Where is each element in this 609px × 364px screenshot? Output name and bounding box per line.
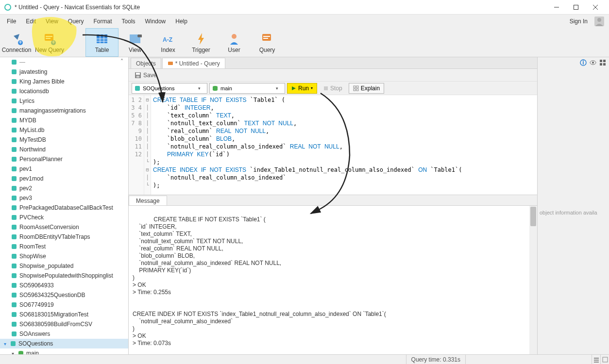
tree-item[interactable]: ShopWise — [0, 251, 128, 261]
menu-help[interactable]: Help — [170, 16, 192, 27]
database-file-icon — [11, 233, 17, 240]
tree-item[interactable]: SOAnswers — [0, 329, 128, 339]
grid-icon[interactable] — [599, 59, 606, 67]
tab-query[interactable]: * Untitled - Query — [162, 58, 225, 68]
collapse-sidebar-icon[interactable]: ˄ — [120, 58, 126, 64]
database-file-icon — [11, 127, 17, 133]
tree-item[interactable]: locationsdb — [0, 86, 128, 96]
tree-item[interactable]: pev2 — [0, 183, 128, 193]
tree-item[interactable]: SO59634325QuestionDB — [0, 290, 128, 300]
sql-editor[interactable]: 1 2 3 4 5 6 7 8 9 10 11 12 ⊟ │ │ │ │ │ │… — [129, 95, 537, 195]
tree-item[interactable]: SO59064933 — [0, 281, 128, 290]
tree-item[interactable]: — — [0, 57, 128, 67]
user-avatar[interactable] — [594, 17, 604, 26]
info-icon[interactable]: i — [580, 59, 587, 67]
svg-text:+: + — [51, 39, 55, 46]
chevron-down-icon[interactable]: ▾ — [4, 341, 10, 347]
view-button[interactable]: View — [118, 28, 152, 57]
menu-window[interactable]: Window — [140, 16, 171, 27]
query-tab-icon — [168, 61, 173, 66]
query-button[interactable]: Query — [251, 28, 284, 57]
tree-item[interactable]: javatesting — [0, 67, 128, 77]
index-button[interactable]: A-Z Index — [152, 28, 185, 57]
tree-item[interactable]: PVCheck — [0, 213, 128, 222]
run-button[interactable]: Run ▾ — [287, 83, 317, 94]
svg-rect-36 — [12, 147, 17, 152]
status-view-list-icon[interactable] — [592, 355, 600, 364]
message-scrollbar[interactable] — [529, 206, 537, 354]
newquery-button[interactable]: + New Query — [33, 28, 66, 57]
chevron-down-icon[interactable]: ▾ — [12, 351, 17, 355]
tree-item[interactable]: Lyrics — [0, 96, 128, 106]
tree-item[interactable]: SO67749919 — [0, 300, 128, 310]
menu-edit[interactable]: Edit — [21, 16, 41, 27]
signin-link[interactable]: Sign In — [566, 16, 592, 27]
save-button[interactable]: Save — [132, 71, 159, 80]
svg-rect-67 — [354, 89, 355, 91]
connection-select[interactable]: SOQuestions ▾ — [132, 83, 207, 94]
close-button[interactable] — [586, 0, 605, 15]
stop-label: Stop — [330, 85, 342, 92]
svg-rect-45 — [12, 234, 17, 239]
database-select[interactable]: main ▾ — [209, 83, 285, 94]
svg-rect-50 — [12, 283, 17, 288]
fold-gutter[interactable]: ⊟ │ │ │ │ │ │ │ └ ⊟ │ └ — [144, 95, 151, 195]
connection-button[interactable]: + Connection — [0, 28, 33, 57]
svg-rect-27 — [12, 60, 17, 65]
code-area[interactable]: CREATE TABLE IF NOT EXISTS `Table1` ( `i… — [151, 95, 537, 195]
tree-item[interactable]: PersonalPlanner — [0, 154, 128, 164]
tree-item-label: Northwind — [19, 146, 46, 153]
maximize-button[interactable] — [566, 0, 586, 15]
tree-item[interactable]: pev1mod — [0, 174, 128, 183]
table-button[interactable]: Table — [85, 28, 118, 57]
tree-item[interactable]: RoomTest — [0, 242, 128, 251]
tree-item[interactable]: SO68183015MigrationTest — [0, 310, 128, 319]
tree-item[interactable]: pev1 — [0, 164, 128, 174]
menu-query[interactable]: Query — [63, 16, 89, 27]
tree-item[interactable]: MYDB — [0, 116, 128, 125]
tree-item-child[interactable]: ▾main — [0, 348, 128, 354]
svg-point-72 — [592, 62, 594, 64]
view-label: View — [129, 47, 141, 53]
explain-icon — [353, 85, 359, 91]
tab-objects[interactable]: Objects — [131, 58, 161, 68]
menu-view[interactable]: View — [41, 16, 63, 27]
menu-tools[interactable]: Tools — [117, 16, 140, 27]
message-tab-label: Message — [136, 198, 160, 204]
message-output[interactable]: CREATE TABLE IF NOT EXISTS `Table1` ( `i… — [129, 206, 537, 354]
tree-item[interactable]: King James Bible — [0, 77, 128, 86]
tree-item[interactable]: ShopwisePopulatedwithShoppinglist — [0, 271, 128, 281]
info-panel: i object information availa — [537, 57, 609, 354]
tree-item-label: MyList.db — [19, 127, 44, 133]
tree-item[interactable]: pev3 — [0, 193, 128, 203]
svg-rect-54 — [12, 322, 17, 327]
tree-item[interactable]: PrePackagedDatabaseCallBackTest — [0, 203, 128, 213]
tree-item[interactable]: RoomDBEntityVTableTraps — [0, 232, 128, 242]
tree-item[interactable]: managingassetmigrations — [0, 106, 128, 116]
minimize-button[interactable] — [547, 0, 566, 15]
tree-item-label: RoomDBEntityVTableTraps — [19, 233, 90, 240]
tree-item-label: pev1mod — [19, 175, 43, 182]
connection-icon: + — [10, 32, 23, 46]
svg-rect-65 — [354, 86, 355, 88]
connection-tree[interactable]: ˄ —javatestingKing James Biblelocationsd… — [0, 57, 129, 354]
menu-file[interactable]: File — [2, 16, 21, 27]
tree-item[interactable]: Northwind — [0, 145, 128, 154]
app-icon — [4, 3, 12, 11]
menu-format[interactable]: Format — [89, 16, 117, 27]
tree-item[interactable]: MyList.db — [0, 125, 128, 135]
tree-item-selected[interactable]: ▾SOQuestions — [0, 339, 128, 348]
explain-button[interactable]: Explain — [349, 83, 384, 94]
user-label: User — [228, 47, 240, 53]
tree-item[interactable]: Shopwise_populated — [0, 261, 128, 271]
tree-item[interactable]: MyTestDB — [0, 135, 128, 145]
eye-icon[interactable] — [590, 59, 596, 67]
tree-item[interactable]: RoomAssetConversion — [0, 222, 128, 232]
stop-button[interactable]: Stop — [319, 83, 347, 94]
message-tab[interactable]: Message — [129, 196, 167, 205]
user-button[interactable]: User — [218, 28, 251, 57]
tree-item-label: PersonalPlanner — [19, 156, 63, 163]
status-view-detail-icon[interactable] — [600, 355, 609, 364]
tree-item[interactable]: SO68380598BuildFromCSV — [0, 319, 128, 329]
trigger-button[interactable]: Trigger — [185, 28, 218, 57]
